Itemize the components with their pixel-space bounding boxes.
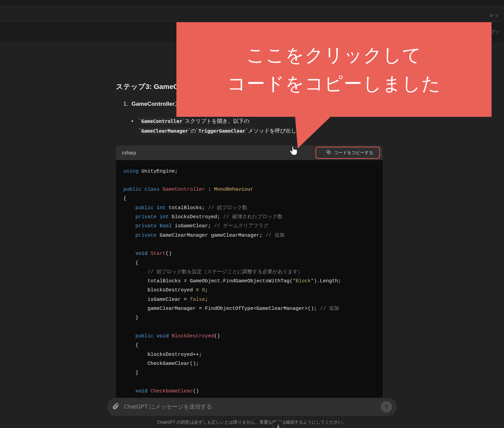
- annotation-callout: ここをクリックして コードをコピーしました: [176, 22, 492, 117]
- inline-code: GameController: [140, 118, 183, 125]
- inline-code: TriggerGameClear: [198, 128, 246, 134]
- disclaimer-text: ChatGPT の回答は必ずしも正しいとは限りません。重要な情報は確認するように…: [157, 419, 347, 425]
- callout-line: コードをコピーしました: [227, 69, 441, 98]
- code-block: csharp コードをコピーする using UnityEngine; publ…: [116, 145, 383, 415]
- attach-icon[interactable]: [112, 402, 119, 411]
- code-content: using UnityEngine; public class GameCont…: [116, 160, 383, 415]
- inline-code: GameClearManager: [140, 128, 189, 134]
- tab-truncated-label: レッ: [490, 12, 499, 18]
- input-area: ChatGPT の回答は必ずしも正しいとは限りません。重要な情報は確認するように…: [0, 398, 504, 428]
- browser-topbar: [0, 0, 504, 6]
- bullet-text: スクリプトを開き、以下の: [185, 118, 249, 124]
- bullet-item: `GameController`スクリプトを開き、以下の `GameClearM…: [139, 116, 388, 136]
- copy-icon: [326, 149, 331, 156]
- chat-input[interactable]: [124, 403, 376, 410]
- bullet-text: の: [191, 128, 196, 134]
- browser-tabbar: レッ: [0, 6, 504, 21]
- language-label: csharp: [122, 150, 136, 155]
- chat-input-bar: [107, 398, 397, 416]
- copy-code-button[interactable]: コードをコピーする: [323, 148, 377, 157]
- ol-number: 1.: [123, 101, 128, 107]
- copy-label: コードをコピーする: [334, 150, 373, 156]
- callout-line: ここをクリックして: [246, 41, 422, 69]
- send-button[interactable]: [381, 401, 392, 413]
- code-header: csharp コードをコピーする: [116, 145, 383, 160]
